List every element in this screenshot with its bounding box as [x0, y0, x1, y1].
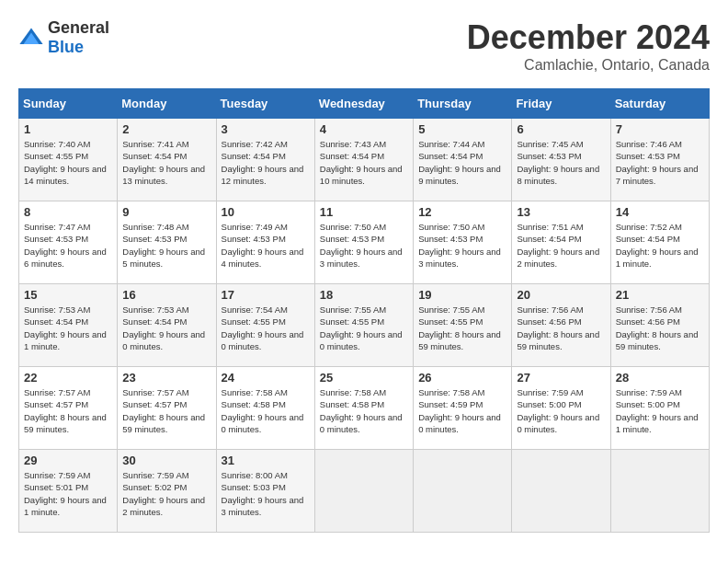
day-number: 6	[517, 122, 605, 136]
header-sunday: Sunday	[19, 89, 118, 119]
header-thursday: Thursday	[414, 89, 512, 119]
table-row: 16 Sunrise: 7:53 AM Sunset: 4:54 PM Dayl…	[118, 284, 216, 367]
day-info: Sunrise: 7:50 AM Sunset: 4:53 PM Dayligh…	[320, 221, 408, 270]
calendar-row: 22 Sunrise: 7:57 AM Sunset: 4:57 PM Dayl…	[19, 367, 710, 450]
day-info: Sunrise: 7:56 AM Sunset: 4:56 PM Dayligh…	[616, 304, 704, 352]
table-row: 31 Sunrise: 8:00 AM Sunset: 5:03 PM Dayl…	[216, 450, 314, 533]
day-info: Sunrise: 7:50 AM Sunset: 4:53 PM Dayligh…	[418, 221, 506, 270]
day-info: Sunrise: 7:59 AM Sunset: 5:00 PM Dayligh…	[517, 386, 605, 435]
day-info: Sunrise: 7:48 AM Sunset: 4:53 PM Dayligh…	[122, 221, 210, 270]
day-info: Sunrise: 7:44 AM Sunset: 4:54 PM Dayligh…	[418, 138, 506, 187]
day-info: Sunrise: 7:56 AM Sunset: 4:56 PM Dayligh…	[517, 304, 605, 352]
day-info: Sunrise: 7:59 AM Sunset: 5:00 PM Dayligh…	[616, 386, 704, 435]
table-row: 20 Sunrise: 7:56 AM Sunset: 4:56 PM Dayl…	[512, 284, 610, 367]
day-number: 15	[24, 288, 112, 302]
table-row: 5 Sunrise: 7:44 AM Sunset: 4:54 PM Dayli…	[414, 119, 512, 201]
table-row: 18 Sunrise: 7:55 AM Sunset: 4:55 PM Dayl…	[314, 284, 413, 367]
day-number: 9	[122, 205, 210, 219]
day-number: 31	[222, 454, 310, 467]
day-number: 3	[222, 122, 310, 136]
table-row: 26 Sunrise: 7:58 AM Sunset: 4:59 PM Dayl…	[414, 367, 512, 450]
day-number: 22	[24, 371, 112, 385]
day-number: 16	[122, 288, 210, 302]
table-row: 15 Sunrise: 7:53 AM Sunset: 4:54 PM Dayl…	[19, 284, 118, 367]
day-number: 12	[418, 205, 506, 219]
logo-icon	[18, 25, 44, 51]
day-number: 30	[122, 454, 210, 467]
day-info: Sunrise: 7:41 AM Sunset: 4:54 PM Dayligh…	[122, 138, 210, 187]
day-info: Sunrise: 7:53 AM Sunset: 4:54 PM Dayligh…	[24, 304, 112, 352]
day-info: Sunrise: 7:49 AM Sunset: 4:53 PM Dayligh…	[222, 221, 310, 270]
day-info: Sunrise: 7:58 AM Sunset: 4:59 PM Dayligh…	[418, 386, 506, 435]
table-row: 4 Sunrise: 7:43 AM Sunset: 4:54 PM Dayli…	[314, 119, 413, 201]
logo-blue: Blue	[48, 38, 84, 56]
table-row: 2 Sunrise: 7:41 AM Sunset: 4:54 PM Dayli…	[118, 119, 216, 201]
day-info: Sunrise: 7:47 AM Sunset: 4:53 PM Dayligh…	[24, 221, 112, 270]
day-info: Sunrise: 7:51 AM Sunset: 4:54 PM Dayligh…	[517, 221, 605, 270]
table-row: 10 Sunrise: 7:49 AM Sunset: 4:53 PM Dayl…	[216, 201, 314, 284]
day-number: 27	[517, 371, 605, 385]
day-number: 29	[24, 454, 112, 467]
calendar-table: Sunday Monday Tuesday Wednesday Thursday…	[18, 88, 710, 533]
day-info: Sunrise: 7:52 AM Sunset: 4:54 PM Dayligh…	[616, 221, 704, 270]
table-row: 11 Sunrise: 7:50 AM Sunset: 4:53 PM Dayl…	[314, 201, 413, 284]
table-row	[414, 450, 512, 533]
day-number: 11	[320, 205, 408, 219]
day-info: Sunrise: 7:58 AM Sunset: 4:58 PM Dayligh…	[320, 386, 408, 435]
table-row: 25 Sunrise: 7:58 AM Sunset: 4:58 PM Dayl…	[314, 367, 413, 450]
day-number: 21	[616, 288, 704, 302]
table-row: 28 Sunrise: 7:59 AM Sunset: 5:00 PM Dayl…	[610, 367, 709, 450]
table-row: 17 Sunrise: 7:54 AM Sunset: 4:55 PM Dayl…	[216, 284, 314, 367]
title-area: December 2024 Camlachie, Ontario, Canada	[467, 18, 710, 74]
table-row: 7 Sunrise: 7:46 AM Sunset: 4:53 PM Dayli…	[610, 119, 709, 201]
table-row: 14 Sunrise: 7:52 AM Sunset: 4:54 PM Dayl…	[610, 201, 709, 284]
day-number: 17	[222, 288, 310, 302]
calendar-row: 29 Sunrise: 7:59 AM Sunset: 5:01 PM Dayl…	[19, 450, 710, 533]
calendar-row: 8 Sunrise: 7:47 AM Sunset: 4:53 PM Dayli…	[19, 201, 710, 284]
table-row: 12 Sunrise: 7:50 AM Sunset: 4:53 PM Dayl…	[414, 201, 512, 284]
header-wednesday: Wednesday	[314, 89, 413, 119]
day-info: Sunrise: 7:59 AM Sunset: 5:01 PM Dayligh…	[24, 469, 112, 518]
calendar-row: 15 Sunrise: 7:53 AM Sunset: 4:54 PM Dayl…	[19, 284, 710, 367]
day-number: 5	[418, 122, 506, 136]
header-monday: Monday	[118, 89, 216, 119]
day-info: Sunrise: 7:57 AM Sunset: 4:57 PM Dayligh…	[24, 386, 112, 435]
table-row: 27 Sunrise: 7:59 AM Sunset: 5:00 PM Dayl…	[512, 367, 610, 450]
day-number: 28	[616, 371, 704, 385]
day-number: 14	[616, 205, 704, 219]
table-row: 19 Sunrise: 7:55 AM Sunset: 4:55 PM Dayl…	[414, 284, 512, 367]
day-number: 25	[320, 371, 408, 385]
day-info: Sunrise: 7:59 AM Sunset: 5:02 PM Dayligh…	[122, 469, 210, 518]
day-info: Sunrise: 7:43 AM Sunset: 4:54 PM Dayligh…	[320, 138, 408, 187]
day-number: 13	[517, 205, 605, 219]
table-row	[512, 450, 610, 533]
day-info: Sunrise: 7:40 AM Sunset: 4:55 PM Dayligh…	[24, 138, 112, 187]
day-info: Sunrise: 7:55 AM Sunset: 4:55 PM Dayligh…	[418, 304, 506, 352]
table-row	[610, 450, 709, 533]
table-row: 22 Sunrise: 7:57 AM Sunset: 4:57 PM Dayl…	[19, 367, 118, 450]
day-info: Sunrise: 7:46 AM Sunset: 4:53 PM Dayligh…	[616, 138, 704, 187]
logo: General Blue	[18, 18, 109, 57]
day-number: 18	[320, 288, 408, 302]
calendar-title: December 2024	[467, 18, 710, 57]
header: General Blue December 2024 Camlachie, On…	[18, 18, 710, 74]
day-number: 8	[24, 205, 112, 219]
table-row: 1 Sunrise: 7:40 AM Sunset: 4:55 PM Dayli…	[19, 119, 118, 201]
day-number: 10	[222, 205, 310, 219]
table-row: 8 Sunrise: 7:47 AM Sunset: 4:53 PM Dayli…	[19, 201, 118, 284]
header-friday: Friday	[512, 89, 610, 119]
day-number: 4	[320, 122, 408, 136]
day-info: Sunrise: 7:45 AM Sunset: 4:53 PM Dayligh…	[517, 138, 605, 187]
table-row: 29 Sunrise: 7:59 AM Sunset: 5:01 PM Dayl…	[19, 450, 118, 533]
day-number: 23	[122, 371, 210, 385]
header-saturday: Saturday	[610, 89, 709, 119]
day-info: Sunrise: 7:58 AM Sunset: 4:58 PM Dayligh…	[222, 386, 310, 435]
day-number: 20	[517, 288, 605, 302]
day-number: 24	[222, 371, 310, 385]
day-info: Sunrise: 7:57 AM Sunset: 4:57 PM Dayligh…	[122, 386, 210, 435]
table-row: 3 Sunrise: 7:42 AM Sunset: 4:54 PM Dayli…	[216, 119, 314, 201]
day-info: Sunrise: 7:54 AM Sunset: 4:55 PM Dayligh…	[222, 304, 310, 352]
day-number: 19	[418, 288, 506, 302]
calendar-subtitle: Camlachie, Ontario, Canada	[467, 57, 710, 74]
day-info: Sunrise: 7:42 AM Sunset: 4:54 PM Dayligh…	[222, 138, 310, 187]
